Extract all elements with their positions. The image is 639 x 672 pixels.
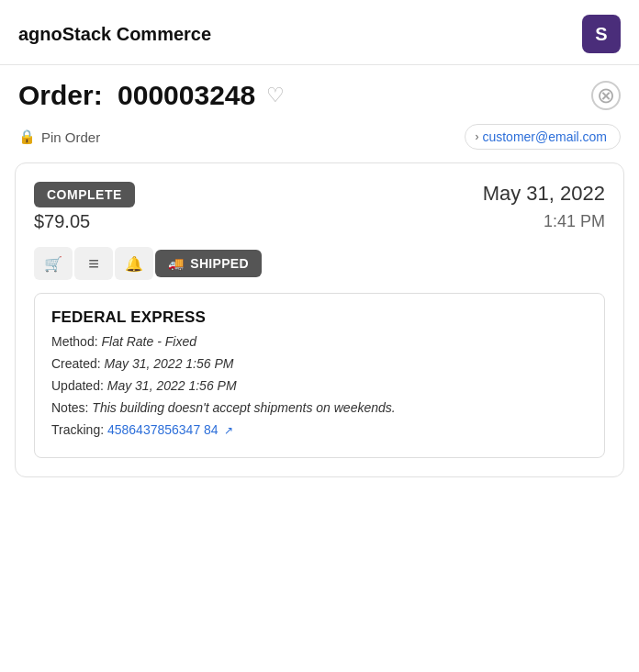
truck-icon: 🚚 <box>168 256 184 271</box>
shipping-notes: Notes: This building doesn't accept ship… <box>51 398 588 418</box>
tab-list-button[interactable]: ≡ <box>74 247 113 280</box>
shipping-carrier: FEDERAL EXPRESS <box>51 308 588 327</box>
shipping-created: Created: May 31, 2022 1:56 PM <box>51 354 588 374</box>
tab-bell-button[interactable]: 🔔 <box>115 247 153 280</box>
order-actions: 🔒 Pin Order › customer@email.com <box>0 118 639 162</box>
status-badge: COMPLETE <box>34 182 135 207</box>
favorite-icon[interactable]: ♡ <box>266 84 285 107</box>
app-header: agnoStack Commerce S <box>0 0 639 65</box>
list-icon: ≡ <box>88 253 99 274</box>
order-title-row: Order: 000003248 ♡ <box>18 80 285 111</box>
order-card: COMPLETE May 31, 2022 $79.05 1:41 PM 🛒 ≡… <box>15 162 624 477</box>
pin-order-label: Pin Order <box>41 129 100 145</box>
shipping-updated: Updated: May 31, 2022 1:56 PM <box>51 376 588 396</box>
order-title: Order: 000003248 <box>18 80 255 111</box>
pin-order-button[interactable]: 🔒 Pin Order <box>18 129 100 145</box>
order-date: May 31, 2022 <box>483 182 605 206</box>
customer-email-button[interactable]: › customer@email.com <box>465 124 621 150</box>
order-amount: $79.05 <box>34 211 90 232</box>
order-time: 1:41 PM <box>544 212 605 231</box>
close-button[interactable]: ⊗ <box>591 81 621 110</box>
avatar[interactable]: S <box>582 15 621 53</box>
order-amount-row: $79.05 1:41 PM <box>34 211 605 232</box>
shipping-tracking: Tracking: 4586437856347 84 ↗ <box>51 420 588 440</box>
shipping-method: Method: Flat Rate - Fixed <box>51 332 588 352</box>
app-title: agnoStack Commerce <box>18 24 211 45</box>
chevron-right-icon: › <box>475 130 478 143</box>
lock-icon: 🔒 <box>18 129 36 145</box>
tab-shipped-label: SHIPPED <box>190 256 249 271</box>
tabs-row: 🛒 ≡ 🔔 🚚 SHIPPED <box>34 247 605 280</box>
shipping-card: FEDERAL EXPRESS Method: Flat Rate - Fixe… <box>34 293 605 458</box>
cart-icon: 🛒 <box>44 255 62 273</box>
tab-shipped-button[interactable]: 🚚 SHIPPED <box>155 250 262 277</box>
tab-cart-button[interactable]: 🛒 <box>34 247 73 280</box>
order-status-row: COMPLETE May 31, 2022 <box>34 182 605 207</box>
customer-email-label: customer@email.com <box>482 129 607 144</box>
order-header: Order: 000003248 ♡ ⊗ <box>0 65 639 118</box>
bell-icon: 🔔 <box>125 255 143 273</box>
tracking-number-link[interactable]: 4586437856347 84 ↗ <box>107 422 233 437</box>
external-link-icon: ↗ <box>221 424 233 437</box>
